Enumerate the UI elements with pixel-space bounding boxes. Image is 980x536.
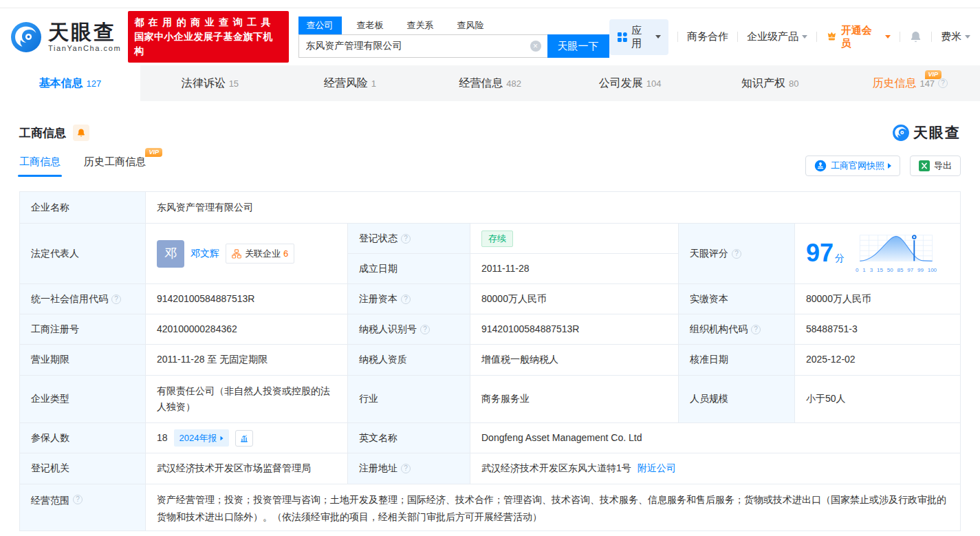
tianyancha-logo-icon bbox=[892, 124, 910, 142]
chevron-down-icon bbox=[655, 35, 661, 39]
establish-date-value: 2011-11-28 bbox=[470, 254, 679, 284]
subtab-business-info[interactable]: 工商信息 bbox=[19, 156, 61, 177]
tab-business-info[interactable]: 经营信息 482 bbox=[420, 65, 560, 101]
slogan-banner: 都在用的商业查询工具 国家中小企业发展子基金旗下机构 bbox=[128, 11, 288, 63]
monitor-bell-icon[interactable] bbox=[73, 125, 89, 141]
site-logo[interactable]: 天眼查 TianYanCha.com bbox=[10, 21, 121, 54]
credit-code-value: 91420100584887513R bbox=[146, 284, 348, 314]
search-tab-boss[interactable]: 查老板 bbox=[349, 17, 392, 34]
paid-capital-label: 实缴资本 bbox=[679, 284, 795, 314]
related-companies-badge[interactable]: 关联企业 6 bbox=[226, 244, 294, 264]
search-tab-company[interactable]: 查公司 bbox=[298, 17, 342, 34]
annual-report-badge[interactable]: 2024年报 bbox=[174, 429, 229, 447]
vip-badge: VIP bbox=[145, 148, 162, 157]
nav-cooperation[interactable]: 商务合作 bbox=[687, 30, 728, 43]
help-icon[interactable] bbox=[401, 234, 411, 244]
official-snapshot-button[interactable]: 工商官网快照 bbox=[805, 156, 900, 176]
tab-company-development[interactable]: 公司发展 104 bbox=[560, 65, 700, 101]
nav-vip[interactable]: 开通会员 bbox=[826, 24, 891, 50]
business-info-table: 企业名称 东风资产管理有限公司 法定代表人 邓 邓文辉 关联企业 6 登记状态 … bbox=[19, 191, 961, 531]
nearby-companies-link[interactable]: 附近公司 bbox=[638, 460, 676, 476]
divider bbox=[900, 32, 900, 42]
help-icon[interactable] bbox=[420, 325, 430, 334]
approval-date-label: 核准日期 bbox=[679, 345, 795, 376]
top-navigation: 应用 商务合作 企业级产品 开通会员 bbox=[609, 19, 970, 55]
site-header: 天眼查 TianYanCha.com 都在用的商业查询工具 国家中小企业发展子基… bbox=[0, 8, 980, 65]
excel-icon bbox=[919, 160, 930, 171]
trend-chart-button[interactable] bbox=[235, 430, 253, 447]
approval-date-value: 2025-12-02 bbox=[795, 345, 960, 376]
establish-date-label: 成立日期 bbox=[348, 254, 470, 284]
nav-apps[interactable]: 应用 bbox=[609, 19, 668, 55]
nav-enterprise[interactable]: 企业级产品 bbox=[747, 30, 807, 43]
nav-username: 费米 bbox=[941, 30, 961, 43]
search-tab-relation[interactable]: 查关系 bbox=[399, 17, 442, 34]
score-distribution-chart: 0131550859799100 bbox=[856, 233, 937, 275]
business-term-value: 2011-11-28 至 无固定期限 bbox=[146, 345, 348, 376]
notification-bell-icon[interactable] bbox=[909, 30, 922, 43]
business-term-label: 营业期限 bbox=[20, 345, 146, 376]
help-icon[interactable] bbox=[732, 249, 741, 259]
legal-rep-name-link[interactable]: 邓文辉 bbox=[190, 246, 219, 261]
slogan-line-1: 都在用的商业查询工具 bbox=[134, 15, 282, 30]
help-icon[interactable] bbox=[751, 325, 761, 334]
tab-intellectual-property[interactable]: 知识产权 80 bbox=[700, 65, 840, 101]
stamp-icon bbox=[814, 160, 827, 172]
company-name-label: 企业名称 bbox=[20, 192, 146, 224]
slogan-line-2: 国家中小企业发展子基金旗下机构 bbox=[134, 30, 282, 58]
reg-authority-label: 登记机关 bbox=[20, 453, 146, 484]
legal-rep-value: 邓 邓文辉 关联企业 6 bbox=[146, 224, 348, 284]
org-chart-icon bbox=[232, 249, 241, 259]
help-icon[interactable] bbox=[111, 294, 121, 304]
org-code-label: 组织机构代码 bbox=[679, 314, 795, 345]
taxpayer-quality-label: 纳税人资质 bbox=[348, 345, 470, 376]
business-scope-value: 资产经营管理；投资；投资管理与咨询；土地开发及整理；国际经济、技术合作；管理咨询… bbox=[146, 484, 960, 530]
score-value: 97分 bbox=[795, 224, 960, 284]
tab-operation-risk[interactable]: 经营风险 1 bbox=[280, 65, 420, 101]
search-tabs: 查公司 查老板 查关系 查风险 bbox=[298, 16, 609, 34]
insured-count-label: 参保人数 bbox=[20, 423, 146, 453]
apps-grid-icon bbox=[617, 32, 628, 43]
nav-user[interactable]: 费米 bbox=[941, 30, 970, 43]
org-code-value: 58488751-3 bbox=[795, 314, 960, 345]
page-tabs: 基本信息 127 法律诉讼 15 经营风险 1 经营信息 482 公司发展 10… bbox=[0, 65, 980, 101]
score-axis-labels: 0131550859799100 bbox=[856, 266, 937, 275]
logo-domain: TianYanCha.com bbox=[48, 44, 121, 52]
help-icon[interactable] bbox=[73, 495, 83, 504]
staff-size-label: 人员规模 bbox=[679, 376, 795, 423]
divider bbox=[737, 32, 738, 42]
taxpayer-id-label: 纳税人识别号 bbox=[348, 314, 470, 345]
tab-legal-proceedings[interactable]: 法律诉讼 15 bbox=[140, 65, 281, 101]
clear-icon[interactable] bbox=[530, 41, 541, 52]
tab-history-info[interactable]: 历史信息 VIP 147 bbox=[840, 65, 980, 101]
industry-label: 行业 bbox=[348, 376, 470, 423]
reg-capital-label: 注册资本 bbox=[348, 284, 470, 314]
search-input[interactable] bbox=[298, 34, 547, 58]
divider bbox=[931, 32, 932, 42]
insured-count-value: 18 2024年报 bbox=[146, 423, 348, 453]
nav-apps-label: 应用 bbox=[631, 24, 652, 50]
tianyancha-watermark: 天眼查 bbox=[892, 123, 961, 142]
chevron-right-icon bbox=[220, 436, 223, 440]
subtab-history-business-info[interactable]: 历史工商信息 VIP bbox=[84, 156, 146, 177]
reg-number-label: 工商注册号 bbox=[20, 314, 146, 345]
industry-value: 商务服务业 bbox=[470, 376, 679, 423]
search-button[interactable]: 天眼一下 bbox=[547, 34, 609, 58]
avatar[interactable]: 邓 bbox=[157, 240, 184, 268]
related-count: 6 bbox=[283, 246, 288, 261]
help-icon[interactable] bbox=[938, 78, 948, 88]
help-icon[interactable] bbox=[401, 464, 411, 473]
search-tab-risk[interactable]: 查风险 bbox=[449, 17, 492, 34]
chevron-down-icon bbox=[802, 35, 807, 39]
help-icon[interactable] bbox=[401, 294, 411, 304]
score-label: 天眼评分 bbox=[679, 224, 795, 284]
tab-basic-info[interactable]: 基本信息 127 bbox=[0, 65, 140, 101]
top-strip bbox=[0, 0, 980, 8]
credit-code-label: 统一社会信用代码 bbox=[20, 284, 146, 314]
export-button[interactable]: 导出 bbox=[910, 156, 961, 176]
tianyancha-logo-icon bbox=[10, 21, 43, 54]
paid-capital-value: 80000万人民币 bbox=[795, 284, 960, 314]
company-name-value: 东风资产管理有限公司 bbox=[146, 192, 960, 224]
crown-icon bbox=[826, 31, 838, 43]
company-type-label: 企业类型 bbox=[20, 376, 146, 423]
